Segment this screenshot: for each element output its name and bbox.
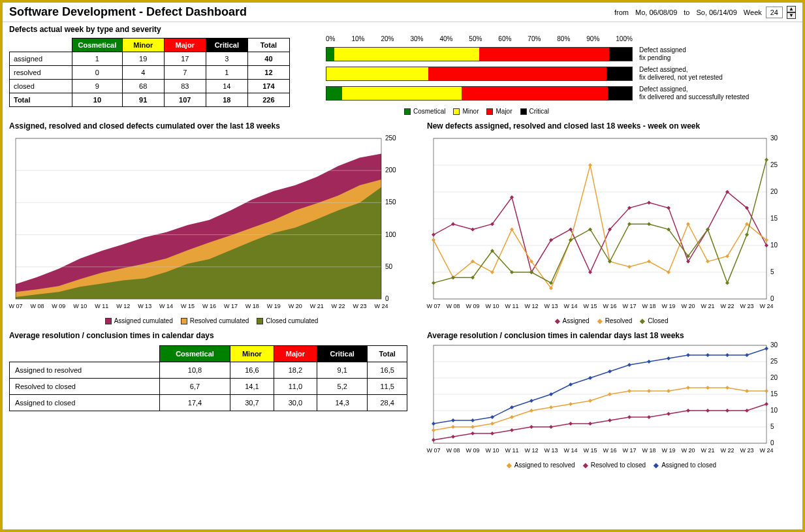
svg-marker-100 [432, 281, 435, 285]
section2-title: Assigned, resolved and closed defects cu… [3, 117, 420, 132]
svg-text:50: 50 [385, 263, 393, 270]
table-row: closed 9 68 83 14 174 [10, 80, 290, 93]
svg-marker-81 [765, 243, 768, 247]
svg-text:15: 15 [770, 390, 778, 398]
pct-axis: 0%10%20%30%40%50%60%70%80%90%100% [326, 35, 633, 42]
week-up-button[interactable]: ▲ [787, 6, 796, 12]
svg-text:W 17: W 17 [622, 447, 636, 454]
svg-marker-90 [588, 163, 592, 167]
svg-text:W 16: W 16 [202, 303, 216, 309]
svg-marker-193 [549, 392, 553, 396]
svg-text:W 12: W 12 [524, 303, 538, 309]
svg-text:20: 20 [770, 374, 778, 381]
svg-marker-76 [667, 206, 671, 210]
svg-text:W 12: W 12 [116, 303, 130, 309]
svg-marker-200 [686, 353, 690, 357]
wow-legend: ◆Assigned◆Resolved◆Closed [420, 315, 802, 327]
svg-text:W 24: W 24 [374, 303, 388, 309]
svg-marker-176 [569, 422, 573, 426]
col-cosmetical: Cosmetical [72, 39, 123, 52]
svg-marker-194 [569, 383, 573, 386]
week-number: 24 [766, 7, 783, 18]
svg-text:W 16: W 16 [603, 303, 616, 309]
svg-text:W 12: W 12 [524, 447, 538, 454]
section5-title: Average resolution / conclusion times in… [420, 327, 802, 341]
svg-text:W 11: W 11 [95, 303, 108, 309]
svg-text:15: 15 [770, 215, 778, 222]
svg-marker-187 [432, 422, 435, 426]
svg-text:W 14: W 14 [563, 303, 577, 309]
table-total-row: Total 10 91 107 18 226 [10, 93, 290, 107]
svg-text:W 23: W 23 [740, 447, 753, 454]
svg-marker-189 [471, 418, 475, 422]
svg-marker-66 [471, 227, 475, 231]
svg-marker-202 [725, 353, 729, 357]
svg-text:25: 25 [770, 358, 778, 365]
svg-text:W 07: W 07 [426, 447, 440, 454]
svg-text:5: 5 [770, 423, 774, 430]
svg-marker-195 [588, 376, 592, 380]
svg-text:W 16: W 16 [603, 447, 616, 454]
svg-marker-163 [667, 389, 671, 393]
table-row: Assigned to closed 17,4 30,7 30,0 14,3 2… [10, 395, 407, 411]
svg-marker-71 [569, 227, 573, 231]
stacked-bar-row: Defect assigned,fix delivered and succes… [326, 86, 796, 101]
svg-marker-190 [490, 415, 494, 419]
svg-marker-173 [510, 428, 514, 432]
defects-by-type-table: Cosmetical Minor Major Critical Total as… [9, 38, 290, 107]
svg-text:W 11: W 11 [505, 303, 518, 309]
svg-marker-64 [432, 233, 435, 237]
legend-item: ◆Assigned to resolved [507, 462, 575, 469]
svg-marker-164 [686, 386, 690, 390]
week-label: Week [744, 8, 762, 16]
week-down-button[interactable]: ▼ [787, 12, 796, 19]
svg-text:30: 30 [770, 134, 778, 142]
svg-text:W 11: W 11 [505, 447, 518, 454]
section1-title: Defects actual week by type and severity [3, 22, 802, 35]
section3-title: New defects assigned, resolved and close… [420, 117, 802, 132]
svg-marker-162 [647, 389, 651, 393]
svg-text:10: 10 [770, 242, 778, 249]
svg-text:150: 150 [385, 198, 396, 206]
table-row: resolved 0 4 7 1 12 [10, 66, 290, 80]
severity-legend: CosmeticalMinorMajorCritical [404, 105, 796, 117]
svg-text:W 09: W 09 [466, 303, 479, 309]
svg-text:W 18: W 18 [642, 447, 655, 454]
svg-marker-174 [529, 425, 533, 429]
svg-text:200: 200 [385, 166, 396, 174]
svg-text:W 08: W 08 [30, 303, 44, 309]
legend-item: Closed cumulated [257, 317, 318, 324]
table-row: assigned 1 19 17 3 40 [10, 52, 290, 66]
svg-marker-92 [627, 265, 631, 269]
section4-title: Average resolution / conclusion times in… [3, 327, 420, 341]
svg-text:W 15: W 15 [181, 303, 195, 309]
svg-marker-116 [745, 233, 749, 237]
svg-text:0: 0 [385, 295, 389, 302]
table-header-row: Cosmetical Minor Major Critical Total [10, 346, 407, 362]
stacked-bar-row: Defect assignedfix pending [326, 46, 796, 62]
svg-marker-197 [627, 363, 631, 367]
svg-text:W 09: W 09 [52, 303, 65, 309]
svg-marker-196 [608, 369, 612, 373]
svg-marker-96 [706, 260, 710, 264]
svg-text:W 20: W 20 [681, 303, 695, 309]
svg-text:W 22: W 22 [720, 447, 734, 454]
page-title: Software Development - Defect Dashboard [9, 5, 614, 19]
svg-marker-182 [686, 409, 690, 413]
avg-times-table: Cosmetical Minor Major Critical Total As… [9, 345, 407, 411]
dashboard-header: Software Development - Defect Dashboard … [3, 3, 802, 22]
table-row: Resolved to closed 6,7 14,1 11,0 5,2 11,… [10, 379, 407, 395]
svg-text:W 21: W 21 [310, 303, 324, 309]
svg-marker-184 [725, 409, 729, 413]
svg-marker-111 [647, 222, 651, 226]
svg-text:W 15: W 15 [583, 447, 597, 454]
svg-text:W 18: W 18 [245, 303, 259, 309]
date-range: from Mo, 06/08/09 to So, 06/14/09 Week 2… [614, 6, 796, 19]
svg-text:W 10: W 10 [485, 303, 499, 309]
col-minor: Minor [122, 39, 164, 52]
legend-item: Resolved cumulated [181, 317, 249, 324]
svg-text:W 22: W 22 [332, 303, 345, 309]
svg-text:5: 5 [770, 268, 774, 275]
svg-text:30: 30 [770, 341, 778, 349]
svg-text:W 23: W 23 [353, 303, 367, 309]
